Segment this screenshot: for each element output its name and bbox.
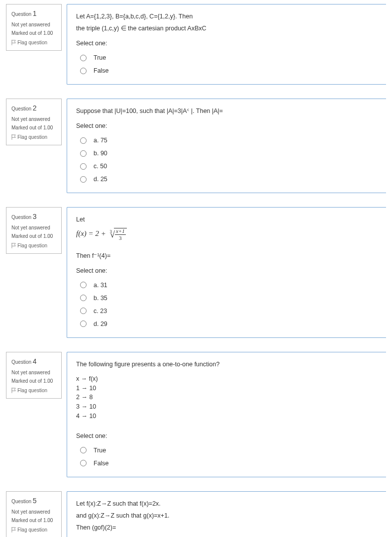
option-label: d. 29 — [94, 319, 107, 329]
question-1: Question 1 Not yet answered Marked out o… — [6, 4, 386, 85]
question-label: Question — [11, 106, 31, 111]
marks-label: Marked out of 1.00 — [11, 124, 56, 131]
answer-status: Not yet answered — [11, 369, 56, 376]
question-text-line: The following figure presents a one-to-o… — [76, 359, 377, 369]
question-info: Question 5 Not yet answered Marked out o… — [6, 491, 62, 537]
select-one-label: Select one: — [76, 266, 377, 276]
option-label: d. 25 — [94, 174, 107, 184]
mapping-row: 3 → 10 — [76, 402, 377, 412]
flag-icon — [11, 40, 16, 45]
marks-label: Marked out of 1.00 — [11, 232, 56, 240]
mapping-row: 2 → 8 — [76, 393, 377, 402]
option-label: a. 75 — [94, 135, 107, 145]
question-content: Let f(x):Z→Z such that f(x)=2x. and g(x)… — [67, 491, 386, 537]
answer-status: Not yet answered — [11, 508, 56, 516]
option-label: a. 31 — [94, 280, 107, 290]
option-label: False — [94, 458, 109, 468]
marks-label: Marked out of 1.00 — [11, 517, 56, 524]
option-label: c. 50 — [94, 161, 107, 171]
flag-question-link[interactable]: Flag question — [11, 39, 56, 46]
option-radio[interactable] — [80, 460, 87, 466]
flag-label: Flag question — [17, 242, 47, 249]
question-number: 4 — [33, 357, 37, 365]
select-one-label: Select one: — [76, 38, 377, 48]
fraction-numerator: x+1 — [115, 228, 126, 235]
option-radio[interactable] — [80, 150, 87, 157]
question-text-line: Let A={1,2,3}, B={a,b,c,d}, C={1,2,y}. T… — [76, 11, 377, 21]
flag-question-link[interactable]: Flag question — [11, 387, 56, 394]
question-info: Question 1 Not yet answered Marked out o… — [6, 4, 62, 51]
mapping-row: 4 → 10 — [76, 412, 377, 421]
marks-label: Marked out of 1.00 — [11, 377, 56, 385]
option-radio[interactable] — [80, 176, 87, 183]
flag-label: Flag question — [17, 39, 47, 46]
question-number: 2 — [33, 104, 37, 112]
option-label: b. 35 — [94, 293, 107, 303]
question-text-line: and g(x):Z→Z such that g(x)=x+1. — [76, 511, 377, 521]
option-radio[interactable] — [80, 308, 87, 314]
mapping-row: x → f(x) — [76, 374, 377, 384]
question-text-line: the triple (1,c,y) ∈ the cartesian produ… — [76, 23, 377, 33]
marks-label: Marked out of 1.00 — [11, 29, 56, 37]
option-radio[interactable] — [80, 137, 87, 144]
option-label: c. 23 — [94, 306, 107, 316]
question-text-pre: Let — [76, 215, 377, 224]
option-row: False — [80, 64, 377, 77]
option-label: b. 90 — [94, 148, 107, 158]
option-radio[interactable] — [80, 295, 87, 301]
option-radio[interactable] — [80, 55, 87, 61]
formula-prefix: f(x) = 2 + — [76, 229, 108, 237]
question-number: 1 — [33, 9, 37, 17]
flag-icon — [11, 527, 16, 533]
option-row: c. 50 — [80, 160, 377, 173]
mapping-row: 1 → 10 — [76, 384, 377, 393]
option-radio[interactable] — [80, 163, 87, 170]
question-number: 5 — [33, 497, 37, 505]
question-text-post: Then f⁻¹(4)= — [76, 251, 377, 261]
question-info: Question 2 Not yet answered Marked out o… — [6, 99, 62, 145]
option-radio[interactable] — [80, 282, 87, 288]
option-label: True — [94, 53, 106, 63]
function-mapping: x → f(x) 1 → 10 2 → 8 3 → 10 4 → 10 — [76, 374, 377, 421]
option-row: a. 75 — [80, 134, 377, 147]
answer-status: Not yet answered — [11, 224, 56, 231]
question-info: Question 4 Not yet answered Marked out o… — [6, 352, 62, 399]
formula: f(x) = 2 + 3 √ x+1 3 — [76, 227, 377, 242]
flag-icon — [11, 243, 16, 248]
root-index: 3 — [110, 228, 112, 235]
question-label: Question — [11, 499, 31, 504]
answer-status: Not yet answered — [11, 115, 56, 123]
question-text-line: Let f(x):Z→Z such that f(x)=2x. — [76, 499, 377, 509]
question-content: Suppose that |U|=100, such that |A|=3|Aᶜ… — [67, 99, 386, 193]
flag-label: Flag question — [17, 133, 47, 141]
option-row: b. 90 — [80, 147, 377, 160]
option-label: True — [94, 445, 106, 455]
select-one-label: Select one: — [76, 431, 377, 441]
answer-status: Not yet answered — [11, 21, 56, 28]
option-row: b. 35 — [80, 292, 377, 305]
select-one-label: Select one: — [76, 121, 377, 131]
flag-icon — [11, 134, 16, 140]
question-label: Question — [11, 11, 31, 17]
option-row: d. 25 — [80, 173, 377, 186]
question-label: Question — [11, 215, 31, 220]
question-number: 3 — [33, 213, 37, 220]
option-label: False — [94, 66, 109, 76]
flag-question-link[interactable]: Flag question — [11, 526, 56, 534]
flag-question-link[interactable]: Flag question — [11, 242, 56, 249]
flag-label: Flag question — [17, 387, 47, 394]
option-radio[interactable] — [80, 68, 87, 74]
option-row: c. 23 — [80, 305, 377, 318]
flag-question-link[interactable]: Flag question — [11, 133, 56, 141]
option-row: d. 29 — [80, 318, 377, 330]
option-radio[interactable] — [80, 447, 87, 453]
question-content: Let A={1,2,3}, B={a,b,c,d}, C={1,2,y}. T… — [67, 4, 386, 85]
question-5: Question 5 Not yet answered Marked out o… — [6, 491, 386, 537]
flag-icon — [11, 388, 16, 393]
option-radio[interactable] — [80, 321, 87, 327]
question-info: Question 3 Not yet answered Marked out o… — [6, 207, 62, 254]
question-4: Question 4 Not yet answered Marked out o… — [6, 352, 386, 477]
option-row: True — [80, 444, 377, 457]
question-label: Question — [11, 359, 31, 365]
option-row: True — [80, 51, 377, 64]
